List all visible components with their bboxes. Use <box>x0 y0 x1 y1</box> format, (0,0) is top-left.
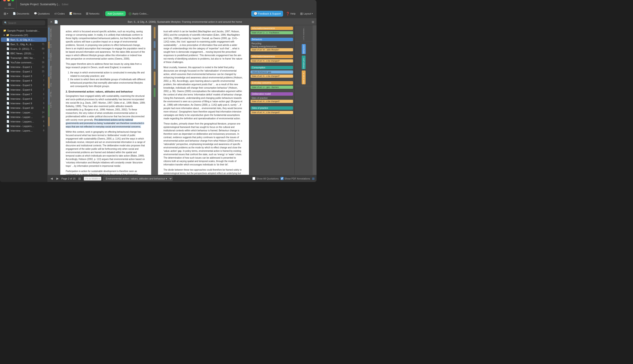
panel-toggle-icon[interactable]: ⊞ <box>312 20 314 24</box>
code-tag-consumption[interactable]: Consumption <box>251 66 293 69</box>
folder-icon: 📁 <box>6 34 9 36</box>
show-pdf-annotations-checkbox[interactable]: Show PDF Annotations <box>281 177 310 180</box>
left-margin-label-6: 1:6 The… <box>50 90 60 97</box>
doc-icon: 📄 <box>6 61 10 64</box>
page-view-icon[interactable]: ⊞ <box>77 176 82 181</box>
pdf-list-item-1: the ways in which environmental action i… <box>70 71 146 78</box>
sidebar-item-sample-project[interactable]: 📁 Sample Project: Sustainabi… <box>1 28 47 33</box>
sidebar-item-doc-17[interactable]: 📄 Interview - Layper… 14 <box>1 110 47 114</box>
code-sub-attitude-gap[interactable]: Attitude-behavior gap <box>251 70 293 74</box>
sidebar-item-doc-2[interactable]: 📄 Barr, S., Gilg, A., &… 71 <box>1 42 47 46</box>
pdf-para-1: action, which is focussed around specifi… <box>66 30 146 60</box>
sidebar-item-doc-15[interactable]: 📄 Interview - Expert 9 8 <box>1 101 47 106</box>
mid-bar-3 <box>154 51 156 69</box>
sidebar-item-doc-3[interactable]: 📄 Evans, D. (2011). T… 89 <box>1 46 47 51</box>
panel-right-icon[interactable]: ⊞ <box>312 177 315 180</box>
pdf-para-4: Within this context, work in geography o… <box>66 130 146 168</box>
main-toolbar: ⊞ ▾ 📄 Documents 💬 Quotations 🏷 Codes 📝 M… <box>0 9 317 19</box>
chevron-down-icon: ▼ <box>3 34 5 36</box>
show-pdf-annotations-input[interactable] <box>281 177 284 180</box>
left-margin-label-4: 1:86 Most crucially… <box>50 64 60 79</box>
next-page-button[interactable]: ▶ <box>56 176 60 181</box>
pdf-page-left[interactable]: action, which is focussed around specifi… <box>60 25 151 175</box>
code-tag-everyday-concerns[interactable]: Everyday concerns <box>251 81 293 84</box>
help-button[interactable]: ❓ Help <box>284 11 297 16</box>
code-group-3: Information/awareness State of art: H…s … <box>249 54 294 64</box>
prev-page-button[interactable]: ◀ <box>50 176 54 181</box>
quotations-button[interactable]: 💬 Quotations <box>32 11 52 16</box>
fit-width-button[interactable]: Fit to Width ▾ <box>84 176 101 181</box>
feedback-icon: 💬 <box>254 12 257 16</box>
mid-bar-1 <box>154 27 156 38</box>
pdf-highlight-1: Pre-determined actions set by national g… <box>66 118 144 128</box>
doc-icon: 📄 <box>6 88 10 91</box>
code-tag-information-awareness-2[interactable]: Information/awareness <box>251 55 293 58</box>
pdf-page-right[interactable]: trust with which it can be handled (MacN… <box>158 25 249 175</box>
codes-icon: 🏷 <box>54 12 57 15</box>
code-sub-facilitators[interactable]: State of art: Li…s - Facilitators <box>251 31 293 34</box>
codes-button[interactable]: 🏷 Codes <box>53 11 67 16</box>
feedback-support-button[interactable]: 💬 Feedback & Support <box>251 11 283 16</box>
layout-icon: ⊞ <box>4 12 6 16</box>
sidebar-item-doc-16[interactable]: 📄 Interview - Expert 10 8 <box>1 106 47 110</box>
sidebar-item-doc-7[interactable]: 📄 Interview - Expert 1 22 <box>1 65 47 69</box>
add-quotation-button[interactable]: Add Quotation <box>105 11 126 16</box>
networks-icon: 🕸 <box>86 12 89 15</box>
sidebar-item-doc-11[interactable]: 📄 Interview - Expert 5 9 <box>1 83 47 87</box>
traffic-lights <box>3 0 14 1</box>
mid-annotation-strip <box>151 25 158 175</box>
documents-button[interactable]: 📄 Documents <box>11 11 31 16</box>
layout-chevron-icon: ▾ <box>312 12 313 15</box>
page-indicator: Page 2 of 15 <box>61 177 76 180</box>
pdf-para-r1: trust with which it can be handled (MacN… <box>164 30 244 64</box>
far-right-label-1: 1:4 to examine… <box>303 26 305 40</box>
code-tag-deliberative[interactable]: Deliberative model <box>251 92 293 96</box>
search-box[interactable]: 🔍 <box>2 20 45 25</box>
doc-icon: 📄 <box>6 66 10 68</box>
sidebar-item-doc-21[interactable]: 📄 Interview - Layers… 8 <box>1 128 47 133</box>
code-sub-hchanged-2[interactable]: State of art: H…s be changed? <box>251 74 293 78</box>
sidebar-item-doc-10[interactable]: 📄 Interview - Expert 4 7 <box>1 78 47 83</box>
sidebar-item-doc-18[interactable]: 📄 Interview - Layper… 20 <box>1 115 47 119</box>
sidebar-item-doc-12[interactable]: 📄 Interview - Expert 6 7 <box>1 88 47 92</box>
chevron-down-icon: ▾ <box>99 178 100 180</box>
doc-close-button[interactable]: ✕ <box>50 20 53 24</box>
maximize-button[interactable] <box>11 0 14 1</box>
sidebar-item-doc-19[interactable]: 📄 Interview - Laypers… 6 <box>1 119 47 124</box>
sidebar-item-doc-20[interactable]: 📄 Interview - Laypers… 9 <box>1 124 47 128</box>
sidebar-item-doc-9[interactable]: 📄 Interview - Expert 3 7 <box>1 74 47 78</box>
mid-bar-5 <box>154 88 156 97</box>
far-right-tag-state-art[interactable]: State of art: R… <box>302 70 306 84</box>
layout-button[interactable]: ⊞ Layout ▾ <box>298 11 315 16</box>
show-all-quotations-input[interactable] <box>252 177 255 180</box>
far-right-tag-behaviors[interactable]: Behaviors <box>302 44 306 54</box>
code-tag-sites-of-practice[interactable]: Sites of practice <box>251 106 293 110</box>
sidebar-item-doc-4[interactable]: 📄 BBC News. (2019).... 0 <box>1 51 47 56</box>
sidebar-item-doc-6[interactable]: 📄 YouTube comment… 36 <box>1 60 47 64</box>
apply-codes-button[interactable]: ◎ Apply Codes... <box>127 10 151 16</box>
memos-button[interactable]: 📝 Memos <box>68 11 83 16</box>
sidebar-item-doc-1[interactable]: 📄 Barr, S., & Gilg, A. (… 77 <box>1 38 47 42</box>
far-right-tag-lifestyle[interactable]: Lifestyle grou… <box>302 56 306 69</box>
pdf-para-r3: These studies, primarily drawn from the … <box>164 122 244 166</box>
code-sub-wable[interactable]: State of art: W…able lifestyle? <box>251 48 293 51</box>
close-button[interactable] <box>3 0 6 1</box>
navigator-toggle-button[interactable]: ⊞ ▾ <box>2 11 10 16</box>
code-sub-barriers[interactable]: State of art: Li…ges - Barriers <box>251 86 293 89</box>
code-sub-hchanged-4[interactable]: State of art: H…s be changed? <box>251 111 293 114</box>
sidebar-item-doc-5[interactable]: 📄 Transcript - BBC Ne… 6 <box>1 56 47 60</box>
sidebar-item-doc-8[interactable]: 📄 Interview - Expert 2 25 <box>1 69 47 74</box>
code-tag-information-awareness-1[interactable]: Information/awareness <box>251 26 293 30</box>
left-margin-panel: 1:7 nature of the… 1:2 6. 1:3 Implicit… … <box>48 25 60 175</box>
code-sub-hchanged-1[interactable]: State of art: H…s be changed? <box>251 59 293 62</box>
search-input[interactable] <box>8 22 44 24</box>
minimize-button[interactable] <box>7 0 10 1</box>
code-tag-behaviors[interactable]: Behaviors <box>251 38 293 41</box>
sidebar-item-doc-14[interactable]: 📄 Interview - Expert 8 7 <box>1 96 47 101</box>
sidebar-item-doc-13[interactable]: 📄 Interview - Expert 7 6 <box>1 92 47 96</box>
code-sub-hchanged-3[interactable]: State of art: H…s be changed? <box>251 100 293 103</box>
networks-button[interactable]: 🕸 Networks <box>84 11 101 16</box>
show-all-quotations-checkbox[interactable]: Show All Quotations <box>252 177 279 180</box>
section-dropdown[interactable]: Environmental action: values, attitudes … <box>103 176 173 181</box>
sidebar-section-documents[interactable]: ▼ 📁 Documents (37) <box>1 33 47 37</box>
